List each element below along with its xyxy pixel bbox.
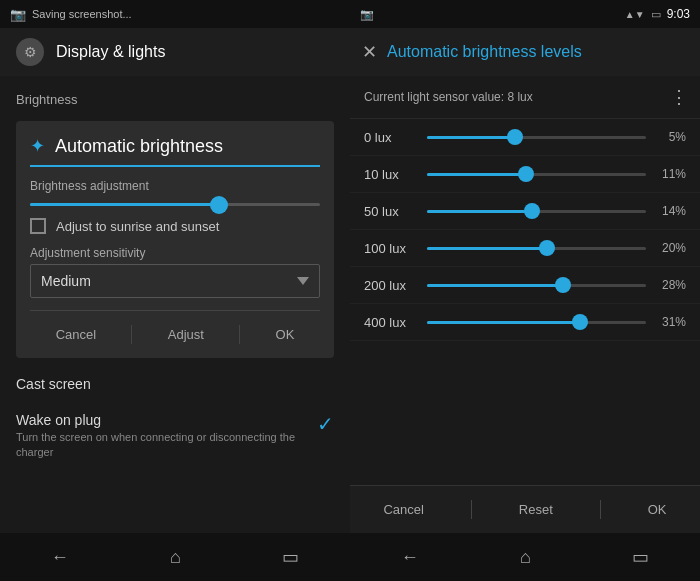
dialog-buttons: Cancel Adjust OK — [30, 310, 320, 358]
right-back-nav-icon[interactable]: ← — [401, 547, 419, 568]
wake-on-plug-row: Wake on plug Turn the screen on when con… — [16, 412, 334, 461]
page-title: Display & lights — [56, 43, 165, 61]
lux-percent: 14% — [654, 204, 686, 218]
left-bottom-nav: ← ⌂ ▭ — [0, 533, 350, 581]
right-bottom-nav: ← ⌂ ▭ — [350, 533, 700, 581]
lux-track — [427, 136, 646, 139]
lux-track — [427, 284, 646, 287]
lux-track — [427, 210, 646, 213]
lux-percent: 31% — [654, 315, 686, 329]
lux-slider-0[interactable] — [427, 127, 646, 147]
lux-thumb[interactable] — [518, 166, 534, 182]
lux-track — [427, 173, 646, 176]
lux-slider-2[interactable] — [427, 201, 646, 221]
lux-row: 10 lux 11% — [350, 156, 700, 193]
right-dialog-buttons: Cancel Reset OK — [350, 485, 700, 533]
sensitivity-dropdown[interactable]: Medium — [30, 264, 320, 298]
gear-icon: ⚙ — [16, 38, 44, 66]
lux-fill — [427, 247, 547, 250]
r-sep1 — [471, 500, 472, 519]
separator2 — [239, 325, 240, 344]
lux-percent: 5% — [654, 130, 686, 144]
lux-slider-3[interactable] — [427, 238, 646, 258]
left-panel: 📷 Saving screenshot... ⚙ Display & light… — [0, 0, 350, 581]
cancel-button[interactable]: Cancel — [40, 321, 112, 348]
lux-label: 0 lux — [364, 130, 419, 145]
right-header: ✕ Automatic brightness levels — [350, 28, 700, 76]
right-header-title: Automatic brightness levels — [387, 43, 688, 61]
brightness-slider[interactable] — [30, 203, 320, 206]
signal-icon: ▲▼ — [625, 9, 645, 20]
lux-slider-1[interactable] — [427, 164, 646, 184]
lux-slider-4[interactable] — [427, 275, 646, 295]
wake-checkbox-icon[interactable]: ✓ — [317, 412, 334, 436]
recent-nav-icon[interactable]: ▭ — [282, 546, 299, 568]
notification-text: Saving screenshot... — [32, 8, 132, 20]
sensitivity-label: Adjustment sensitivity — [30, 246, 320, 260]
lux-label: 100 lux — [364, 241, 419, 256]
lux-row: 200 lux 28% — [350, 267, 700, 304]
lux-thumb[interactable] — [539, 240, 555, 256]
right-panel: 📷 ▲▼ ▭ 9:03 ✕ Automatic brightness level… — [350, 0, 700, 581]
screenshot-icon: 📷 — [10, 7, 26, 22]
ok-button[interactable]: OK — [260, 321, 311, 348]
back-nav-icon[interactable]: ← — [51, 547, 69, 568]
lux-track — [427, 247, 646, 250]
battery-icon: ▭ — [651, 8, 661, 21]
right-cancel-button[interactable]: Cancel — [363, 496, 443, 523]
lux-percent: 20% — [654, 241, 686, 255]
time-display: 9:03 — [667, 7, 690, 21]
slider-thumb[interactable] — [210, 196, 228, 214]
wake-on-plug-subtitle: Turn the screen on when connecting or di… — [16, 430, 317, 461]
left-status-bar: 📷 Saving screenshot... — [0, 0, 350, 28]
lux-thumb[interactable] — [524, 203, 540, 219]
separator — [131, 325, 132, 344]
lux-row: 50 lux 14% — [350, 193, 700, 230]
sunrise-checkbox[interactable] — [30, 218, 46, 234]
brightness-dialog: ✦ Automatic brightness Brightness adjust… — [16, 121, 334, 358]
lux-thumb[interactable] — [572, 314, 588, 330]
brightness-adj-label: Brightness adjustment — [30, 179, 320, 193]
wake-on-plug-title: Wake on plug — [16, 412, 317, 428]
home-nav-icon[interactable]: ⌂ — [170, 547, 181, 568]
brightness-section-label: Brightness — [0, 76, 350, 115]
close-icon[interactable]: ✕ — [362, 41, 377, 63]
slider-track — [30, 203, 320, 206]
sunrise-label: Adjust to sunrise and sunset — [56, 219, 219, 234]
lux-thumb[interactable] — [555, 277, 571, 293]
r-sep2 — [600, 500, 601, 519]
page-header: ⚙ Display & lights — [0, 28, 350, 76]
wake-on-plug-section[interactable]: Wake on plug Turn the screen on when con… — [0, 400, 350, 467]
lux-list: 0 lux 5% 10 lux 11% 50 lux 14% 100 lux — [350, 119, 700, 485]
auto-brightness-icon: ✦ — [30, 135, 45, 157]
lux-row: 400 lux 31% — [350, 304, 700, 341]
dialog-title: Automatic brightness — [55, 136, 223, 157]
lux-label: 50 lux — [364, 204, 419, 219]
lux-label: 200 lux — [364, 278, 419, 293]
lux-slider-5[interactable] — [427, 312, 646, 332]
lux-thumb[interactable] — [507, 129, 523, 145]
right-ok-button[interactable]: OK — [628, 496, 687, 523]
dropdown-value: Medium — [41, 273, 91, 289]
lux-fill — [427, 210, 532, 213]
dropdown-arrow-icon — [297, 277, 309, 285]
lux-label: 400 lux — [364, 315, 419, 330]
cast-screen-section[interactable]: Cast screen — [0, 364, 350, 400]
right-status-bar: 📷 ▲▼ ▭ 9:03 — [350, 0, 700, 28]
lux-fill — [427, 284, 563, 287]
lux-percent: 11% — [654, 167, 686, 181]
sunrise-checkbox-row[interactable]: Adjust to sunrise and sunset — [30, 218, 320, 234]
lux-row: 0 lux 5% — [350, 119, 700, 156]
right-recent-nav-icon[interactable]: ▭ — [632, 546, 649, 568]
dialog-title-row: ✦ Automatic brightness — [30, 135, 320, 167]
slider-fill — [30, 203, 219, 206]
lux-fill — [427, 173, 526, 176]
right-home-nav-icon[interactable]: ⌂ — [520, 547, 531, 568]
lux-track — [427, 321, 646, 324]
lux-label: 10 lux — [364, 167, 419, 182]
more-options-icon[interactable]: ⋮ — [670, 86, 686, 108]
adjust-button[interactable]: Adjust — [152, 321, 220, 348]
reset-button[interactable]: Reset — [499, 496, 573, 523]
sensor-row: Current light sensor value: 8 lux ⋮ — [350, 76, 700, 119]
lux-fill — [427, 321, 580, 324]
